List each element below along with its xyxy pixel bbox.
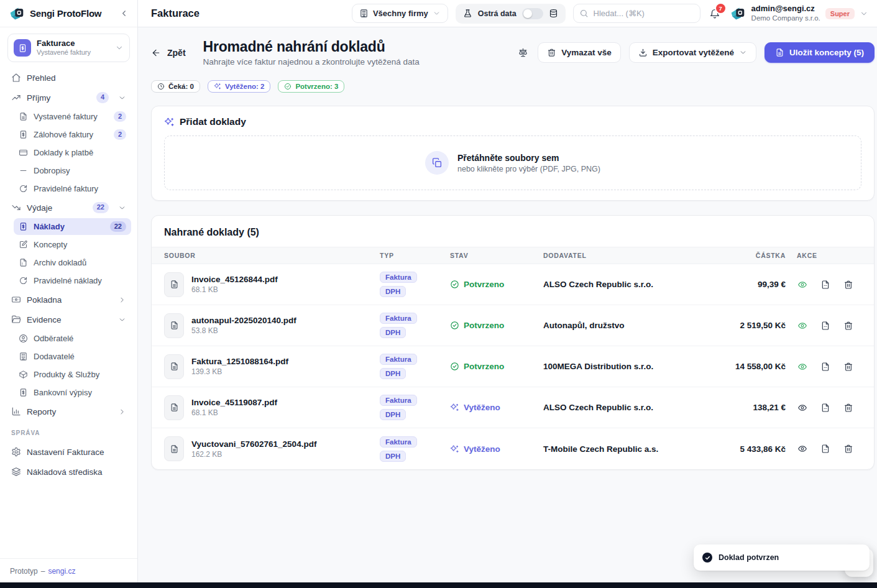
flask-icon — [463, 9, 472, 18]
sidebar-item-nastaveni-fakturace[interactable]: Nastavení Fakturace — [6, 443, 131, 461]
live-data-toggle[interactable] — [522, 8, 543, 19]
sidebar-item-label: Nákladová střediska — [27, 467, 103, 477]
sidebar-item-label: Pokladna — [27, 295, 62, 305]
delete-row-button[interactable] — [843, 320, 854, 331]
user-menu[interactable]: admin@sengi.cz Demo Company s.r.o. Super — [729, 4, 871, 23]
table-row: Invoice_45126844.pdf68.1 KBFakturaDPHPot… — [152, 264, 874, 305]
sidebar-item-archiv-dokladu[interactable]: Archiv dokladů — [14, 254, 131, 271]
view-button[interactable] — [797, 402, 808, 413]
page-header: Zpět Hromadné nahrání dokladů Nahrajte v… — [151, 39, 875, 67]
supplier-cell: Autonapůl, družstvo — [543, 321, 697, 330]
search-box — [573, 4, 700, 23]
document-detail-button[interactable] — [820, 361, 831, 372]
back-label: Zpět — [167, 48, 186, 58]
file-size: 162.2 KB — [191, 450, 316, 459]
sparkles-icon — [450, 444, 459, 454]
document-detail-button[interactable] — [820, 443, 831, 454]
back-button[interactable]: Zpět — [151, 48, 186, 58]
banknote-doc-icon — [19, 130, 28, 139]
sidebar-item-vydaje[interactable]: Výdaje22 — [6, 198, 131, 217]
workspace-selector[interactable]: Fakturace Vystavené faktury — [7, 34, 130, 62]
status-chip-label: Čeká: 0 — [168, 83, 194, 90]
sidebar-item-label: Zálohové faktury — [34, 130, 93, 139]
file-dropzone[interactable]: Přetáhněte soubory sem nebo klikněte pro… — [164, 136, 861, 190]
sidebar-item-pravidelne-faktury[interactable]: Pravidelné faktury — [14, 180, 131, 197]
search-input[interactable] — [573, 4, 700, 23]
status-badge: Vytěženo — [450, 444, 543, 454]
sidebar-item-dodavatele[interactable]: Dodavatelé — [14, 348, 131, 365]
sidebar-item-reporty[interactable]: Reporty — [6, 402, 131, 421]
save-drafts-button[interactable]: Uložit koncepty (5) — [765, 42, 875, 63]
column-header-stav: STAV — [450, 252, 543, 259]
sidebar-item-pokladna[interactable]: Pokladna — [6, 290, 131, 309]
document-detail-button[interactable] — [820, 279, 831, 290]
chevron-down-icon — [115, 44, 124, 52]
view-button[interactable] — [797, 320, 808, 331]
sidebar-item-prehled[interactable]: Přehled — [6, 68, 131, 87]
supplier-cell: ALSO Czech Republic s.r.o. — [543, 403, 697, 412]
arrow-left-icon — [151, 48, 161, 58]
type-badge: DPH — [380, 451, 406, 462]
trash-icon — [547, 48, 556, 57]
delete-row-button[interactable] — [843, 443, 854, 454]
scale-button[interactable] — [517, 46, 530, 59]
sengi-link[interactable]: sengi.cz — [48, 567, 75, 576]
column-header-dodavatel: DODAVATEL — [543, 252, 697, 259]
sidebar-item-naklady[interactable]: Náklady22 — [14, 218, 131, 235]
search-icon — [579, 9, 589, 18]
sidebar-item-bankovni-vypisy[interactable]: Bankovní výpisy — [14, 384, 131, 401]
sidebar-item-produkty-sluzby[interactable]: Produkty & Služby — [14, 366, 131, 383]
arrow-left-icon — [151, 48, 161, 58]
check-circle-icon — [450, 362, 459, 371]
sidebar-item-label: Doklady k platbě — [34, 148, 93, 157]
sidebar-item-vystavene-faktury[interactable]: Vystavené faktury2 — [14, 108, 131, 125]
sidebar-item-koncepty[interactable]: Koncepty — [14, 236, 131, 253]
file-text-icon — [170, 362, 179, 371]
file-icon-box — [164, 436, 184, 461]
amount-cell: 2 519,50 Kč — [697, 321, 797, 330]
delete-row-button[interactable] — [843, 402, 854, 413]
delete-row-button[interactable] — [843, 361, 854, 372]
file-cell: Invoice_45126844.pdf68.1 KB — [164, 272, 380, 297]
sidebar-item-nakladova-strediska[interactable]: Nákladová střediska — [6, 462, 131, 481]
sengi-logo-icon — [9, 6, 25, 22]
view-button[interactable] — [797, 361, 808, 372]
delete-row-button[interactable] — [843, 279, 854, 290]
file-icon-box — [164, 272, 184, 297]
sidebar-section-label: SPRÁVA — [0, 422, 137, 439]
document-detail-button[interactable] — [820, 402, 831, 413]
file-size: 68.1 KB — [191, 408, 277, 417]
sidebar-item-prijmy[interactable]: Příjmy4 — [6, 88, 131, 107]
clock-icon — [157, 83, 165, 90]
document-detail-button[interactable] — [820, 320, 831, 331]
sidebar-item-label: Nastavení Fakturace — [27, 448, 104, 457]
sidebar-item-odberatele[interactable]: Odběratelé — [14, 330, 131, 347]
file-text-icon — [170, 321, 179, 330]
view-button[interactable] — [797, 443, 808, 454]
sidebar-item-dobropisy[interactable]: Dobropisy — [14, 162, 131, 179]
export-button[interactable]: Exportovat vytěžené — [629, 42, 756, 63]
refresh-icon — [19, 184, 28, 193]
company-selector[interactable]: Všechny firmy — [352, 4, 448, 23]
check-circle-icon — [284, 83, 292, 90]
sidebar-item-doklady-k-platbe[interactable]: Doklady k platbě — [14, 144, 131, 161]
content: Zpět Hromadné nahrání dokladů Nahrajte v… — [138, 27, 877, 588]
file-size: 68.1 KB — [191, 285, 278, 294]
dropzone-subtitle: nebo klikněte pro výběr (PDF, JPG, PNG) — [457, 165, 600, 173]
building-icon — [359, 9, 369, 18]
actions-cell — [797, 361, 861, 372]
notifications-button[interactable]: 7 — [708, 6, 722, 22]
status-label: Potvrzeno — [464, 362, 504, 371]
view-button[interactable] — [797, 279, 808, 290]
sidebar-collapse-button[interactable] — [119, 9, 129, 18]
trend-up-icon — [11, 93, 21, 103]
sidebar-item-label: Vystavené faktury — [34, 112, 98, 121]
clear-all-button[interactable]: Vymazat vše — [538, 42, 621, 63]
sidebar-nav: PřehledPříjmy4Vystavené faktury2Zálohové… — [0, 65, 137, 422]
file-cell: autonapul-2025020140.pdf53.8 KB — [164, 313, 380, 338]
sidebar-item-evidence[interactable]: Evidence — [6, 310, 131, 329]
sidebar-item-zalohove-faktury[interactable]: Zálohové faktury2 — [14, 126, 131, 143]
sidebar-item-pravidelne-naklady[interactable]: Pravidelné náklady — [14, 272, 131, 289]
supplier-cell: T-Mobile Czech Republic a.s. — [543, 444, 697, 454]
sidebar: Sengi ProtoFlow Fakturace Vystavené fakt… — [0, 0, 138, 588]
